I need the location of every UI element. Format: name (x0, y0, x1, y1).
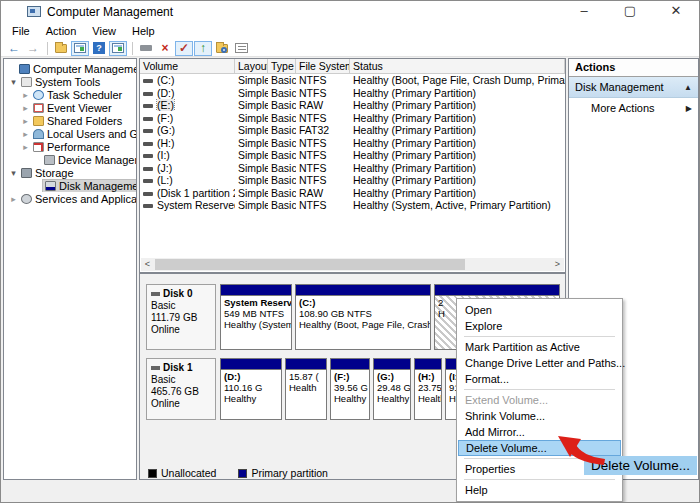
volume-name: (E:) (157, 99, 174, 111)
partition-f[interactable]: (F:)39.56 GHealthy (330, 358, 370, 420)
storage-icon (21, 168, 32, 178)
actions-group-disk-management[interactable]: Disk Management ▲ (569, 77, 698, 98)
sidebar-item-system-tools[interactable]: ▾System Tools (4, 75, 136, 88)
collapsed-icon[interactable]: ▸ (8, 194, 19, 204)
partition-systemreserve[interactable]: System Reserve549 MB NTFSHealthy (System… (220, 284, 292, 350)
table-row[interactable]: (E:)SimpleBasicRAWHealthy (Primary Parti… (140, 99, 565, 112)
menu-file[interactable]: File (4, 23, 38, 40)
column-header-volume[interactable]: Volume (140, 59, 235, 73)
column-header-type[interactable]: Type (268, 59, 296, 73)
back-icon[interactable]: ← (5, 41, 23, 56)
collapse-icon[interactable]: ▲ (684, 83, 692, 92)
partition-g[interactable]: (G:)29.48 GHealthy (373, 358, 411, 420)
partition-d[interactable]: (D:)110.16 GHealthy (220, 358, 282, 420)
check-icon[interactable]: ✓ (175, 41, 193, 56)
refresh-icon[interactable]: ↑ (194, 41, 212, 56)
sidebar-item-performance[interactable]: ▸Performance (4, 140, 136, 153)
console-tree: Computer Management (Local▾System Tools▸… (3, 58, 137, 480)
legend-item: Primary partition (238, 467, 327, 479)
more-actions-item[interactable]: More Actions ▶ (569, 98, 698, 118)
menu-item-mark-partition-as-active[interactable]: Mark Partition as Active (457, 339, 622, 355)
sidebar-item-shared-folders[interactable]: ▸Shared Folders (4, 114, 136, 127)
partition-label: (G:) (377, 371, 407, 382)
partition-health: Health (289, 382, 323, 393)
menu-item-shrink-volume[interactable]: Shrink Volume... (457, 408, 622, 424)
menu-item-format[interactable]: Format... (457, 371, 622, 387)
table-row[interactable]: (Disk 1 partition 2)SimpleBasicRAWHealth… (140, 187, 565, 200)
console-tree-icon[interactable] (71, 41, 89, 56)
shared-folders-icon (33, 116, 44, 126)
find-icon[interactable] (213, 41, 231, 56)
sidebar-item-local-users-and-groups[interactable]: ▸Local Users and Groups (4, 127, 136, 140)
red-arrow-annotation (541, 426, 651, 481)
title-bar: Computer Management – ▢ ✕ (1, 1, 699, 23)
sidebar-item-disk-management[interactable]: Disk Management (4, 179, 136, 192)
help-icon[interactable]: ? (90, 41, 108, 56)
column-header-layout[interactable]: Layout (235, 59, 268, 73)
table-row[interactable]: (J:)SimpleBasicNTFSHealthy (Primary Part… (140, 162, 565, 175)
column-header-file-system[interactable]: File System (296, 59, 350, 73)
partition-c[interactable]: (C:)108.90 GB NTFSHealthy (Boot, Page Fi… (295, 284, 431, 350)
disk-name: Disk 0 (151, 288, 211, 300)
menu-item-help[interactable]: Help (457, 482, 622, 498)
remote-icon[interactable] (137, 41, 155, 56)
menu-separator (464, 336, 615, 337)
maximize-button[interactable]: ▢ (607, 1, 653, 23)
menu-item-explore[interactable]: Explore (457, 318, 622, 334)
disk-label[interactable]: Disk 0Basic111.79 GBOnline (146, 284, 216, 350)
collapsed-icon[interactable]: ▸ (20, 116, 31, 126)
collapsed-icon[interactable]: ▸ (20, 142, 31, 152)
table-row[interactable]: (G:)SimpleBasicFAT32Healthy (Primary Par… (140, 124, 565, 137)
table-row[interactable]: (C:)SimpleBasicNTFSHealthy (Boot, Page F… (140, 74, 565, 87)
partition[interactable]: 15.87 (Health (285, 358, 327, 420)
scrollbar-track[interactable] (154, 258, 551, 271)
sidebar-item-computer-management-local[interactable]: Computer Management (Local (4, 62, 136, 75)
disk-type: Basic (151, 374, 211, 386)
menu-item-change-drive-letter-and-paths[interactable]: Change Drive Letter and Paths... (457, 355, 622, 371)
sidebar-item-services-and-applications[interactable]: ▸Services and Applications (4, 192, 136, 205)
column-header-status[interactable]: Status (350, 59, 565, 73)
properties-icon[interactable] (232, 41, 250, 56)
table-row[interactable]: (I:)SimpleBasicNTFSHealthy (Primary Part… (140, 149, 565, 162)
volume-name: (D:) (157, 87, 175, 99)
expanded-icon[interactable]: ▾ (8, 77, 19, 87)
volume-name: (G:) (157, 124, 175, 136)
table-row[interactable]: (L:)SimpleBasicNTFSHealthy (Primary Part… (140, 174, 565, 187)
collapsed-icon[interactable]: ▸ (20, 90, 31, 100)
collapsed-icon[interactable]: ▸ (20, 129, 31, 139)
delete-icon[interactable]: × (156, 41, 174, 56)
menu-action[interactable]: Action (38, 23, 85, 40)
sidebar-item-event-viewer[interactable]: ▸Event Viewer (4, 101, 136, 114)
table-row[interactable]: (H:)SimpleBasicNTFSHealthy (Primary Part… (140, 137, 565, 150)
tree-item-label: Disk Management (59, 180, 136, 192)
menu-view[interactable]: View (84, 23, 124, 40)
scroll-left-button[interactable]: < (141, 258, 154, 271)
disk-label[interactable]: Disk 1Basic465.76 GBOnline (146, 358, 216, 420)
expanded-icon[interactable]: ▾ (8, 168, 19, 178)
close-button[interactable]: ✕ (653, 1, 699, 23)
minimize-button[interactable]: – (561, 1, 607, 23)
scroll-right-button[interactable]: > (551, 258, 564, 271)
sidebar-item-storage[interactable]: ▾Storage (4, 166, 136, 179)
table-row[interactable]: (F:)SimpleBasicNTFSHealthy (Primary Part… (140, 112, 565, 125)
partition-h[interactable]: (H:)23.75 GHealthy (414, 358, 442, 420)
task-scheduler-icon (33, 90, 44, 100)
table-row[interactable]: (D:)SimpleBasicNTFSHealthy (Primary Part… (140, 87, 565, 100)
sidebar-item-device-manager[interactable]: Device Manager (4, 153, 136, 166)
more-actions-label: More Actions (591, 102, 655, 114)
tree-item-label: Device Manager (58, 154, 136, 166)
table-row[interactable]: System Reserved (K:)SimpleBasicNTFSHealt… (140, 199, 565, 212)
legend: UnallocatedPrimary partition (148, 467, 350, 479)
scrollbar-thumb[interactable] (155, 259, 465, 270)
up-level-icon[interactable] (52, 41, 70, 56)
forward-icon[interactable]: → (24, 41, 42, 56)
menu-help[interactable]: Help (124, 23, 163, 40)
tree-item-label: Services and Applications (35, 193, 136, 205)
sidebar-item-task-scheduler[interactable]: ▸Task Scheduler (4, 88, 136, 101)
menu-item-open[interactable]: Open (457, 302, 622, 318)
show-window-icon[interactable] (109, 41, 127, 56)
collapsed-icon[interactable]: ▸ (20, 103, 31, 113)
menu-item-extend-volume: Extend Volume... (457, 392, 622, 408)
horizontal-scrollbar[interactable]: < > (141, 258, 564, 271)
disk-size: 111.79 GB (151, 312, 211, 324)
